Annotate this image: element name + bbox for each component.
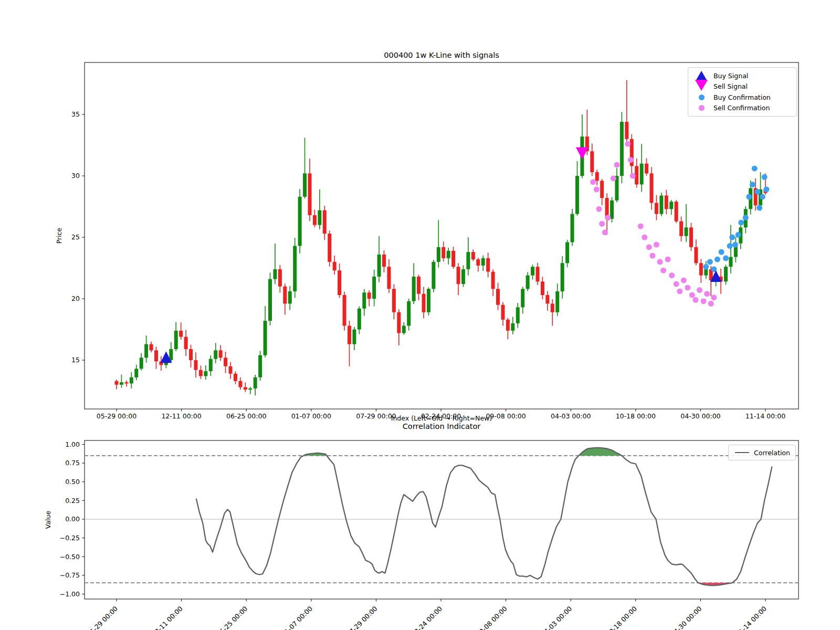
candle-body (665, 195, 668, 209)
candle-body (358, 309, 361, 330)
x-tick-label-rotated: 04-03 00:00 (540, 604, 574, 630)
y-tick-label: 25 (71, 233, 80, 241)
candle-body (427, 289, 430, 312)
candle-body (466, 252, 470, 269)
buy-confirmation-dot (703, 264, 709, 270)
x-tick-label: 09-08 00:00 (486, 412, 526, 420)
candle-body (729, 257, 732, 267)
candle-body (318, 211, 321, 225)
buy-confirmation-dot (754, 189, 760, 195)
candle-body (561, 263, 564, 291)
candle-body (521, 289, 524, 307)
candle-body (620, 122, 624, 176)
x-tick-label-rotated: 06-25 00:00 (215, 604, 249, 630)
candle-body (694, 247, 698, 263)
candle-body (447, 251, 450, 258)
candle-body (154, 350, 158, 361)
y-tick-label: −1.00 (60, 590, 80, 598)
buy-signal-triangle-icon (692, 71, 710, 81)
y-tick-label: 30 (71, 172, 80, 180)
candle-body (179, 331, 183, 337)
sell-confirmation-dot (708, 301, 714, 307)
candle-body (362, 292, 366, 308)
candle-body (323, 211, 327, 234)
candle-body (655, 203, 658, 214)
y-tick-label: 0.00 (65, 515, 80, 523)
buy-confirmation-dot (743, 215, 749, 220)
candle-body (144, 344, 148, 358)
candle-body (372, 277, 376, 299)
buy-confirmation-dot (729, 235, 735, 240)
legend-item-correlation: Correlation (733, 448, 790, 457)
candle-body (140, 358, 143, 369)
correlation-y-axis-label: Value (44, 511, 52, 529)
candle-body (679, 222, 683, 236)
candle-body (268, 279, 272, 321)
legend-label: Sell Signal (710, 82, 748, 90)
correlation-axis-ticks: 05-29 00:0012-11 00:0006-25 00:0001-07 0… (60, 440, 768, 630)
candle-body (368, 292, 371, 299)
x-tick-label-rotated: 09-08 00:00 (475, 604, 509, 630)
candle-body (432, 262, 435, 289)
buy-confirmation-dot (732, 242, 738, 248)
candle-body (565, 242, 569, 263)
sell-confirmation-dot (599, 221, 605, 227)
correlation-line-icon (733, 452, 751, 454)
x-tick-label: 06-25 00:00 (226, 412, 266, 420)
sell-confirmation-dot (649, 253, 655, 259)
candle-body (516, 307, 520, 323)
x-tick-label: 04-03 00:00 (551, 412, 591, 420)
candle-body (590, 151, 594, 172)
buy-confirmation-dot (736, 232, 741, 238)
legend-label: Buy Confirmation (710, 93, 771, 101)
candle-body (625, 122, 628, 139)
x-tick-label: 04-30 00:00 (680, 412, 720, 420)
candle-body (174, 331, 178, 349)
x-tick-label-rotated: 11-14 00:00 (734, 604, 769, 630)
candle-body (273, 269, 277, 279)
candle-body (476, 259, 480, 266)
candle-body (254, 377, 257, 388)
sell-confirmation-dot (701, 298, 707, 304)
candle-body (194, 360, 197, 370)
candle-body (640, 164, 644, 185)
candle-body (199, 370, 203, 376)
candle-body (645, 164, 648, 174)
sell-confirmation-dot (602, 229, 608, 235)
sell-confirmation-dot (638, 223, 644, 229)
candle-body (313, 215, 317, 225)
y-tick-label: 15 (71, 356, 80, 364)
candle-body (338, 270, 341, 295)
sell-confirmation-dot (605, 215, 611, 220)
x-tick-label-rotated: 04-30 00:00 (669, 604, 704, 630)
candle-body (699, 263, 703, 275)
candle-body (575, 176, 579, 214)
candle-body (298, 197, 302, 246)
buy-confirmation-dot (746, 194, 752, 200)
x-tick-label: 10-18 00:00 (616, 412, 656, 420)
sell-confirmation-dot-icon (692, 105, 710, 111)
figure-canvas: { "figure": {"background": "#ffffff", "w… (0, 0, 840, 630)
candle-body (189, 349, 193, 360)
candle-body (412, 277, 416, 301)
sell-signal-marker (576, 148, 589, 160)
x-tick-label-rotated: 05-29 00:00 (86, 604, 120, 630)
sell-confirmation-dot (611, 175, 616, 181)
candle-body (209, 359, 213, 371)
buy-confirmation-dot (707, 259, 713, 265)
candle-body (124, 382, 128, 383)
candle-body (541, 281, 544, 295)
candle-body (377, 255, 381, 277)
sell-confirmation-dot (590, 179, 596, 185)
candle-body (452, 251, 455, 267)
x-tick-label-rotated: 01-07 00:00 (280, 604, 314, 630)
candle-body (724, 267, 728, 281)
candle-body (283, 287, 287, 304)
sell-confirmation-dot (630, 173, 636, 179)
candle-body (333, 262, 337, 270)
buy-confirmation-dot (738, 219, 744, 225)
candle-body (219, 350, 223, 358)
buy-confirmation-dot-icon (692, 94, 710, 100)
candle-body (130, 377, 133, 384)
candle-body (134, 369, 138, 377)
